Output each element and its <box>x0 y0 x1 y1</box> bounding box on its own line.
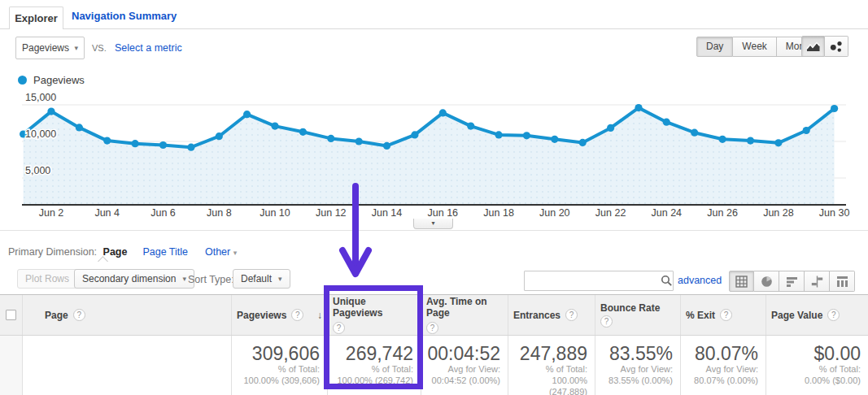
sort-type-dropdown[interactable]: Default ▾ <box>233 269 290 289</box>
select-all-cell <box>0 295 23 335</box>
total-sub-label: Avg for View: <box>684 364 758 375</box>
percentage-view-button[interactable] <box>754 271 779 292</box>
total-value: $0.00 <box>770 343 861 364</box>
help-icon[interactable]: ? <box>565 309 578 321</box>
metric-dropdown-value: Pageviews <box>22 42 74 54</box>
total-value: 83.55% <box>599 343 673 364</box>
dimension-page-selected[interactable]: Page <box>103 246 128 258</box>
search-input[interactable] <box>525 271 661 290</box>
data-point <box>299 128 307 136</box>
y-axis-tick-label: 5,000 <box>25 165 50 176</box>
tab-navigation-summary[interactable]: Navigation Summary <box>72 10 177 22</box>
column-header-percent-exit[interactable]: % Exit ? <box>681 295 766 335</box>
advanced-search-link[interactable]: advanced <box>678 275 722 286</box>
data-point <box>355 137 363 145</box>
column-header-bounce-rate[interactable]: Bounce Rate ? <box>595 295 681 335</box>
select-all-checkbox[interactable] <box>6 310 16 320</box>
data-point <box>327 135 334 142</box>
performance-view-button[interactable] <box>779 271 805 292</box>
x-axis-tick-label: Jun 6 <box>150 207 176 219</box>
data-point <box>383 142 390 150</box>
help-icon[interactable]: ? <box>333 322 345 334</box>
table-grid-icon <box>735 276 748 288</box>
data-point <box>187 144 194 151</box>
header-label: Bounce Rate <box>600 302 660 314</box>
x-axis-tick-label: Jun 22 <box>595 207 626 219</box>
legend-series-label: Pageviews <box>33 74 85 86</box>
data-point <box>663 119 670 126</box>
totals-entrances: 247,889 % of Total: 100.00% (247,889) <box>508 336 595 395</box>
column-header-entrances[interactable]: Entrances ? <box>508 295 595 335</box>
help-icon[interactable]: ? <box>291 309 303 321</box>
comparison-view-button[interactable] <box>805 271 830 292</box>
help-icon[interactable]: ? <box>426 322 438 334</box>
total-sub-value: 0.00% ($0.00) <box>770 375 861 387</box>
line-chart-button[interactable] <box>801 36 825 57</box>
help-icon[interactable]: ? <box>720 309 732 321</box>
week-button[interactable]: Week <box>733 37 776 57</box>
y-axis-tick-label: 15,000 <box>25 92 56 103</box>
primary-dimension-bar: Primary Dimension: Page Page Title Other… <box>8 246 237 258</box>
pageviews-line-chart[interactable]: 5,00010,00015,000Jun 2Jun 4Jun 6Jun 8Jun… <box>0 88 868 230</box>
search-button[interactable] <box>661 271 673 290</box>
series-color-dot-icon <box>18 76 27 85</box>
total-sub-value: 100.00% (269,742) <box>331 375 413 387</box>
totals-checkbox-cell <box>0 336 23 395</box>
chevron-down-icon: ▾ <box>182 276 186 283</box>
x-axis-tick-label: Jun 8 <box>207 207 232 219</box>
data-table-view-button[interactable] <box>729 271 754 292</box>
tab-explorer[interactable]: Explorer <box>9 7 63 29</box>
x-axis-tick-label: Jun 16 <box>428 207 459 219</box>
data-point <box>691 129 698 137</box>
dimension-other-link[interactable]: Other <box>205 246 230 258</box>
line-chart-icon <box>806 41 821 52</box>
dimension-page-title-link[interactable]: Page Title <box>142 246 188 258</box>
total-value: 309,606 <box>235 343 320 364</box>
column-header-page[interactable]: Page ? <box>23 295 232 335</box>
data-point <box>495 131 503 138</box>
help-icon[interactable]: ? <box>73 309 85 321</box>
pivot-table-icon <box>836 276 848 288</box>
sort-type-label: Sort Type: <box>188 274 234 285</box>
help-icon[interactable]: ? <box>827 309 840 321</box>
chart-legend: Pageviews <box>18 74 85 86</box>
totals-pageviews: 309,606 % of Total: 100.00% (309,606) <box>232 336 328 395</box>
data-point <box>803 127 810 134</box>
header-label: Avg. Time on Page <box>426 296 498 319</box>
data-point <box>774 139 782 146</box>
selected-dimension-notch <box>98 256 108 267</box>
data-point <box>132 140 139 147</box>
data-point <box>271 123 278 130</box>
data-point <box>103 137 111 145</box>
total-sub-label: % of Total: <box>235 364 320 375</box>
timeline-slider-handle[interactable]: ▾ <box>413 219 453 229</box>
data-point <box>635 104 642 111</box>
total-sub-label: Avg for View: <box>425 364 500 375</box>
column-header-unique-pageviews[interactable]: Unique Pageviews ? <box>328 295 421 335</box>
column-header-page-value[interactable]: Page Value ? <box>766 295 868 335</box>
total-sub-label: % of Total: <box>770 364 861 375</box>
secondary-dimension-label: Secondary dimension <box>82 273 176 284</box>
x-axis-tick-label: Jun 12 <box>316 207 347 219</box>
data-point <box>831 105 838 112</box>
header-label: Page <box>45 310 68 321</box>
data-point <box>47 108 55 115</box>
secondary-dimension-dropdown[interactable]: Secondary dimension ▾ <box>74 269 194 289</box>
sort-type-value: Default <box>241 273 272 284</box>
data-point <box>439 109 447 116</box>
x-axis-tick-label: Jun 30 <box>819 207 850 219</box>
column-header-avg-time-on-page[interactable]: Avg. Time on Page ? <box>421 295 508 335</box>
x-axis-tick-label: Jun 24 <box>652 207 683 219</box>
help-icon[interactable]: ? <box>600 315 613 328</box>
x-axis-tick-label: Jun 18 <box>483 207 514 219</box>
table-totals-row: 309,606 % of Total: 100.00% (309,606) 26… <box>0 336 868 395</box>
column-header-pageviews[interactable]: Pageviews ? ↓ <box>232 295 328 335</box>
motion-chart-button[interactable] <box>825 36 848 57</box>
totals-page-value: $0.00 % of Total: 0.00% ($0.00) <box>766 336 868 395</box>
pivot-view-button[interactable] <box>830 271 855 292</box>
metric-dropdown[interactable]: Pageviews ▾ <box>15 37 85 59</box>
total-sub-value: 00:04:52 (0.00%) <box>425 375 500 387</box>
day-button[interactable]: Day <box>696 37 733 57</box>
select-a-metric-link[interactable]: Select a metric <box>115 42 182 54</box>
data-point <box>551 136 558 143</box>
